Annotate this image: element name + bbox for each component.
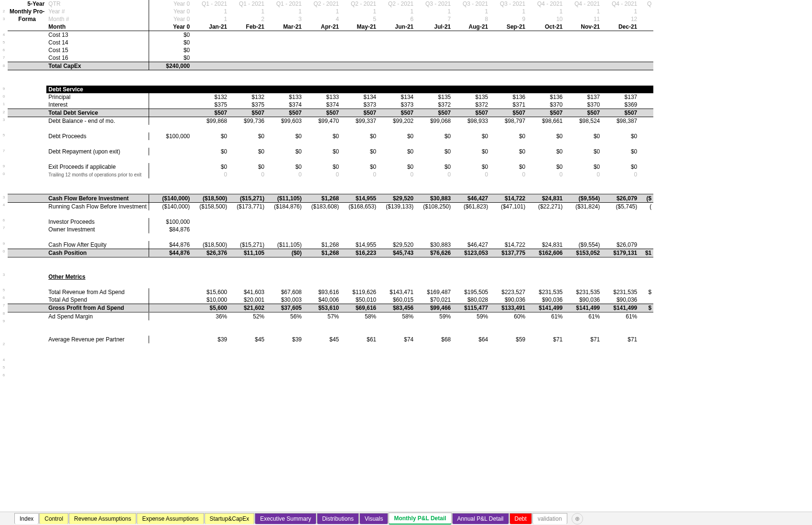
qtr-cell: Q1 - 2021 <box>266 0 303 8</box>
gross-val: $21,602 <box>229 304 266 313</box>
trailing-val: 0 <box>490 171 527 178</box>
cf-after-val: $14,722 <box>490 241 527 249</box>
principal-val: $132 <box>229 93 266 101</box>
year0-header: Year 0 <box>149 23 192 31</box>
trailing-val: 0 <box>341 171 378 178</box>
rev-val: $195,505 <box>453 288 490 296</box>
month-cell: Mar-21 <box>266 23 303 31</box>
running-val: ($108,250) <box>415 203 453 211</box>
tab-index[interactable]: Index <box>14 513 39 524</box>
tab-expense-assumptions[interactable]: Expense Assumptions <box>137 513 204 524</box>
margin-val: 56% <box>266 312 303 320</box>
margin-label: Ad Spend Margin <box>46 312 149 320</box>
tab-monthly-pl-detail[interactable]: Monthly P&L Detail <box>389 513 451 525</box>
spend-val: $90,036 <box>527 296 564 304</box>
rev-val: $169,487 <box>415 288 453 296</box>
tab-distributions[interactable]: Distributions <box>317 513 359 524</box>
investor-label: Investor Proceeds <box>46 218 149 226</box>
avg-label: Average Revenue per Partner <box>46 336 149 343</box>
cf-after-val: ($9,554) <box>564 241 602 249</box>
add-sheet-button[interactable]: ⊕ <box>572 513 583 525</box>
balance-val: $99,736 <box>229 117 266 125</box>
tab-control[interactable]: Control <box>39 513 68 524</box>
balance-label: Debt Balance - end of mo. <box>46 117 149 125</box>
rev-val: $93,616 <box>303 288 341 296</box>
monthnum-cell: 1 <box>192 15 229 23</box>
month-cell: Sep-21 <box>490 23 527 31</box>
year0-yearnum: Year 0 <box>149 8 192 15</box>
proceeds-val: $0 <box>266 132 303 140</box>
balance-val: $98,524 <box>564 117 602 125</box>
repay-val: $0 <box>341 148 378 155</box>
avg-val: $71 <box>527 336 564 343</box>
cf-before-val: ($15,271) <box>229 194 266 203</box>
metrics-header: Other Metrics <box>46 273 149 281</box>
avg-val: $71 <box>564 336 602 343</box>
tab-startup-capex[interactable]: Startup&CapEx <box>205 513 255 524</box>
total-debt-val: $507 <box>490 109 527 117</box>
principal-val: $134 <box>341 93 378 101</box>
tab-annual-pl-detail[interactable]: Annual P&L Detail <box>452 513 509 524</box>
month-cell: Dec-21 <box>602 23 639 31</box>
total-debt-val: $507 <box>266 109 303 117</box>
title-monthly: Monthly Pro- <box>8 8 46 15</box>
position-val: $137,775 <box>490 249 527 258</box>
cf-before-val: $26,079 <box>602 194 639 203</box>
gross-val: $ <box>639 304 653 313</box>
tab-validation[interactable]: validation <box>532 513 567 524</box>
gross-val: $141,499 <box>602 304 639 313</box>
principal-val: $135 <box>453 93 490 101</box>
rev-val: $231,535 <box>564 288 602 296</box>
spend-label: Total Ad Spend <box>46 296 149 304</box>
cf-after-val: $14,955 <box>341 241 378 249</box>
tab-visuals[interactable]: Visuals <box>359 513 388 524</box>
rev-val: $41,603 <box>229 288 266 296</box>
repay-val: $0 <box>415 148 453 155</box>
interest-val: $370 <box>564 101 602 109</box>
position-label: Cash Position <box>46 249 149 258</box>
month-cell: Aug-21 <box>453 23 490 31</box>
tab-debt[interactable]: Debt <box>509 513 532 524</box>
running-val: ($184,876) <box>266 203 303 211</box>
spreadsheet-grid[interactable]: 5-Year QTR Year 0 Q1 - 2021 Q1 - 2021 Q1… <box>8 0 812 512</box>
balance-val: $98,661 <box>527 117 564 125</box>
repay-val: $0 <box>527 148 564 155</box>
tab-executive-summary[interactable]: Executive Summary <box>255 513 316 524</box>
proceeds-val: $0 <box>564 132 602 140</box>
cf-before-y0: ($140,000) <box>149 194 192 203</box>
cost15-label: Cost 15 <box>46 46 149 54</box>
yearnum-cell: 1 <box>378 8 415 15</box>
avg-val: $74 <box>378 336 415 343</box>
trailing-val: 0 <box>564 171 602 178</box>
balance-val: $99,470 <box>303 117 341 125</box>
cost16-label: Cost 16 <box>46 54 149 62</box>
rev-val: $ <box>639 288 653 296</box>
tab-revenue-assumptions[interactable]: Revenue Assumptions <box>69 513 136 524</box>
total-capex-label: Total CapEx <box>46 62 149 70</box>
trailing-val: 0 <box>229 171 266 178</box>
margin-val: 57% <box>303 312 341 320</box>
avg-val: $45 <box>229 336 266 343</box>
trailing-val: 0 <box>378 171 415 178</box>
month-cell: Nov-21 <box>564 23 602 31</box>
owner-y0: $84,876 <box>149 226 192 233</box>
spend-val: $10,000 <box>192 296 229 304</box>
exit-label: Exit Proceeds if applicable <box>46 163 149 171</box>
cf-before-val: ($9,554) <box>564 194 602 203</box>
principal-val: $132 <box>192 93 229 101</box>
running-val: ( <box>639 203 653 211</box>
trailing-label: Trailing 12 months of operations prior t… <box>46 171 149 178</box>
cf-before-val: $14,722 <box>490 194 527 203</box>
running-label: Running Cash Flow Before Investment <box>46 203 149 211</box>
qtr-cell: Q1 - 2021 <box>229 0 266 8</box>
monthnum-cell: 2 <box>229 15 266 23</box>
gross-val: $141,499 <box>564 304 602 313</box>
owner-label: Owner Investment <box>46 226 149 233</box>
gross-val: $37,605 <box>266 304 303 313</box>
total-debt-val: $507 <box>192 109 229 117</box>
yearnum-cell: 1 <box>303 8 341 15</box>
gross-val: $99,466 <box>415 304 453 313</box>
running-val: ($31,824) <box>564 203 602 211</box>
proceeds-val: $0 <box>192 132 229 140</box>
proceeds-val: $0 <box>341 132 378 140</box>
